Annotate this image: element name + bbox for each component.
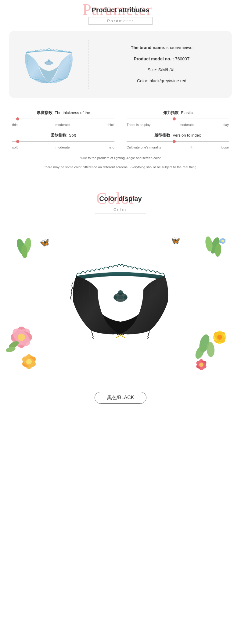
svg-point-60 [118, 335, 119, 337]
black-panty-svg [67, 253, 174, 351]
svg-point-43 [217, 335, 222, 340]
svg-point-12 [18, 334, 25, 341]
version-indicator: 版型指数 Version to index Cultivate one's mo… [127, 133, 229, 149]
black-panty-product [66, 250, 175, 354]
svg-point-62 [116, 337, 117, 338]
svg-point-58 [117, 295, 124, 299]
svg-point-56 [113, 295, 117, 299]
svg-point-34 [221, 240, 224, 242]
color-display-section: Color Color display Color [0, 186, 241, 422]
indicators-grid: 厚度指数 The thickness of the thin moderate … [9, 104, 232, 155]
svg-point-59 [120, 335, 121, 336]
butterfly-left: 🦋 [39, 237, 50, 248]
section-main-title: Product attributes [92, 6, 149, 14]
softness-bar [12, 141, 114, 142]
color-row: Color: black/grey/wine red [98, 77, 226, 84]
product-details: The brand name: shaonvmeiwu Product mode… [88, 40, 226, 89]
flower-orange-left [18, 349, 43, 375]
thickness-labels: thin moderate thick [12, 123, 114, 127]
softness-labels: soft moderate hard [12, 145, 114, 149]
flower-red-small [192, 356, 210, 375]
product-image-container [15, 40, 88, 89]
product-image-svg [20, 40, 78, 89]
elastic-indicator: 弹力指数 Elastic There is no play moderate p… [127, 110, 229, 127]
indicators-section: 厚度指数 The thickness of the thin moderate … [9, 104, 232, 170]
size-row: Size: S/M/L/XL [98, 66, 226, 73]
butterfly-right: 🦋 [170, 235, 181, 245]
leaves-top-right [198, 235, 229, 263]
svg-point-2 [44, 62, 46, 64]
svg-point-1 [48, 59, 50, 62]
disclaimer-1: *Due to the problem of lighting, Angle a… [18, 155, 223, 161]
svg-point-57 [124, 295, 128, 299]
color-section-main-title: Color display [99, 195, 142, 203]
thickness-indicator: 厚度指数 The thickness of the thin moderate … [12, 110, 114, 127]
svg-point-3 [51, 62, 53, 64]
svg-point-61 [122, 335, 124, 337]
version-bar [127, 141, 229, 142]
color-display-area: 🦋 🦋 [0, 223, 241, 381]
elastic-bar [127, 119, 229, 119]
svg-point-63 [124, 337, 125, 338]
version-labels: Cultivate one's morality fit loose [127, 145, 229, 149]
color-label: 黑色/BLACK [95, 392, 147, 404]
thickness-bar [12, 119, 114, 119]
attributes-card: The brand name: shaonvmeiwu Product mode… [9, 31, 232, 98]
model-no-row: Product model no. : 76000T [98, 55, 226, 62]
brand-name-row: The brand name: shaonvmeiwu [98, 44, 226, 51]
leaves-top-left [12, 235, 37, 263]
svg-point-21 [26, 359, 32, 364]
svg-point-55 [118, 290, 123, 295]
elastic-labels: There is no play moderate play [127, 123, 229, 127]
softness-indicator: 柔软指数 Soft soft moderate hard [12, 133, 114, 149]
svg-point-53 [199, 363, 203, 367]
disclaimer-2: there may be some color difference on di… [18, 164, 223, 170]
product-attributes-section: Parameter Product attributes Parameter [0, 0, 241, 186]
